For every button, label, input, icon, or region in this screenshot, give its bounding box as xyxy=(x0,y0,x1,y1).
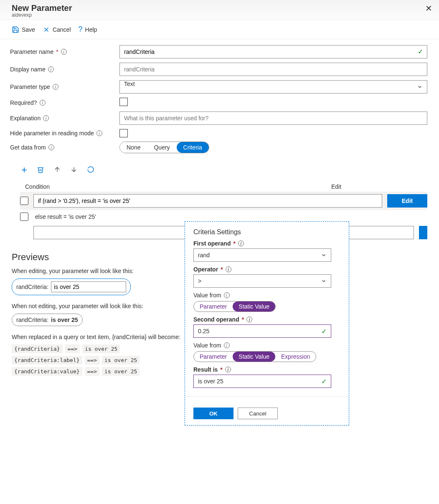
criteria-settings-popup: Criteria Settings First operand*i rand O… xyxy=(185,221,349,388)
cancel-button[interactable]: Cancel xyxy=(43,26,71,33)
chip-input[interactable] xyxy=(51,281,126,292)
chip-label: randCriteria: xyxy=(16,317,48,323)
cancel-label: Cancel xyxy=(53,26,71,33)
info-icon[interactable]: i xyxy=(246,317,252,322)
first-operand-select[interactable]: rand xyxy=(193,248,331,262)
row-checkbox[interactable] xyxy=(20,213,28,221)
preview-chip-editing[interactable]: randCriteria: xyxy=(12,279,131,295)
second-operand-input[interactable]: 0.25 xyxy=(193,324,331,338)
criteria-toolbar xyxy=(20,166,427,173)
close-icon[interactable]: ✕ xyxy=(425,3,432,13)
panel-header: New Parameter aidevexp ✕ xyxy=(0,0,439,20)
cancel-icon xyxy=(43,26,50,33)
value-from-parameter[interactable]: Parameter xyxy=(194,301,233,312)
value-from-toggle-2: Parameter Static Value Expression xyxy=(193,351,316,362)
page-subtitle: aidevexp xyxy=(12,12,427,18)
col-edit-label: Edit xyxy=(331,183,427,190)
display-name-input[interactable] xyxy=(119,63,427,76)
get-data-toggle: None Query Criteria xyxy=(119,142,209,153)
info-icon[interactable]: i xyxy=(224,342,230,348)
param-type-label: Parameter typei xyxy=(10,84,119,90)
info-icon[interactable]: i xyxy=(225,367,231,372)
toolbar: Save Cancel ? Help xyxy=(0,20,439,39)
info-icon[interactable]: i xyxy=(224,292,230,298)
add-icon[interactable] xyxy=(20,166,28,173)
form-area: Parameter name*i Display namei Parameter… xyxy=(0,39,439,153)
param-name-input[interactable] xyxy=(119,45,427,58)
row-checkbox[interactable] xyxy=(20,197,28,205)
chevron-down-icon xyxy=(321,278,327,284)
info-icon[interactable]: i xyxy=(43,115,49,121)
info-icon[interactable]: i xyxy=(48,66,54,72)
result-is-label: Result is*i xyxy=(193,366,340,373)
value-from-label-1: Value fromi xyxy=(193,292,340,299)
info-icon[interactable]: i xyxy=(226,266,231,272)
help-label: Help xyxy=(85,26,97,33)
preview-chip-readonly: randCriteria: is over 25 xyxy=(12,314,83,326)
save-button[interactable]: Save xyxy=(12,26,35,33)
value-from-parameter[interactable]: Parameter xyxy=(194,352,233,362)
operator-select[interactable]: > xyxy=(193,274,331,288)
value-from-toggle-1: Parameter Static Value xyxy=(193,301,276,312)
criteria-header-row: Condition Edit xyxy=(20,182,427,192)
param-name-label: Parameter name*i xyxy=(10,48,119,55)
delete-icon[interactable] xyxy=(37,166,44,173)
chip-value: is over 25 xyxy=(51,317,78,323)
info-icon[interactable]: i xyxy=(48,144,54,150)
param-type-select[interactable]: Text xyxy=(119,80,427,94)
move-up-icon[interactable] xyxy=(53,166,61,173)
col-condition-label: Condition xyxy=(25,183,50,190)
value-from-static[interactable]: Static Value xyxy=(233,352,275,362)
explanation-label: Explanationi xyxy=(10,115,119,122)
required-label: Required?i xyxy=(10,99,119,106)
get-data-query[interactable]: Query xyxy=(147,142,176,153)
info-icon[interactable]: i xyxy=(53,84,58,90)
first-operand-label: First operand*i xyxy=(193,240,340,247)
help-button[interactable]: ? Help xyxy=(79,25,97,34)
edit-button[interactable]: Edit xyxy=(387,194,427,208)
hide-param-label: Hide parameter in reading modei xyxy=(10,130,119,137)
required-checkbox[interactable] xyxy=(119,98,128,106)
move-down-icon[interactable] xyxy=(70,166,78,173)
page-title: New Parameter xyxy=(12,3,427,13)
help-icon: ? xyxy=(79,25,83,34)
chevron-down-icon xyxy=(321,252,327,258)
chip-label: randCriteria: xyxy=(16,284,48,290)
result-is-input[interactable]: is over 25 xyxy=(193,375,331,388)
info-icon[interactable]: i xyxy=(238,241,244,246)
get-data-label: Get data fromi xyxy=(10,144,119,151)
condition-text: else result = 'is over 25' xyxy=(33,213,427,220)
value-from-static[interactable]: Static Value xyxy=(233,301,275,312)
info-icon[interactable]: i xyxy=(96,130,102,136)
operator-label: Operator*i xyxy=(193,266,340,273)
get-data-none[interactable]: None xyxy=(120,142,147,153)
refresh-icon[interactable] xyxy=(87,166,94,173)
hide-param-checkbox[interactable] xyxy=(119,129,128,137)
condition-input[interactable] xyxy=(33,194,382,208)
info-icon[interactable]: i xyxy=(40,100,46,106)
second-operand-label: Second operand*i xyxy=(193,316,340,323)
popup-title: Criteria Settings xyxy=(193,228,340,236)
save-label: Save xyxy=(22,26,35,33)
chevron-down-icon xyxy=(417,84,423,90)
edit-button-stub[interactable] xyxy=(419,226,427,239)
info-icon[interactable]: i xyxy=(61,49,67,55)
display-name-label: Display namei xyxy=(10,66,119,73)
get-data-criteria[interactable]: Criteria xyxy=(177,142,209,153)
save-icon xyxy=(12,26,19,33)
explanation-input[interactable] xyxy=(119,111,427,125)
criteria-row: Edit xyxy=(20,192,427,210)
value-from-label-2: Value fromi xyxy=(193,342,340,349)
value-from-expression[interactable]: Expression xyxy=(275,352,316,362)
